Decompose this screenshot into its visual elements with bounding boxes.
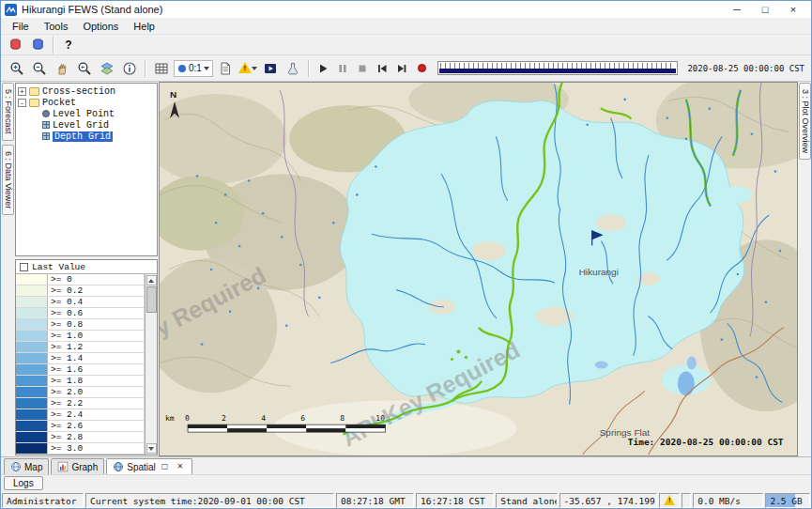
legend-row: >= 0.6 bbox=[16, 308, 145, 319]
layers-icon[interactable] bbox=[97, 59, 117, 78]
legend-swatch bbox=[16, 387, 48, 397]
folder-icon bbox=[29, 99, 39, 107]
pause-button[interactable] bbox=[334, 59, 352, 78]
tree-node-label[interactable]: Pocket bbox=[42, 98, 76, 108]
report-page-icon[interactable] bbox=[215, 59, 236, 78]
skip-to-end-button[interactable] bbox=[393, 59, 411, 78]
zoom-out-icon[interactable] bbox=[29, 59, 50, 78]
legend-swatch bbox=[16, 353, 48, 363]
skip-to-start-button[interactable] bbox=[374, 59, 391, 78]
tree-node-depth-grid-selected[interactable]: Depth Grid bbox=[18, 131, 157, 142]
legend-row: >= 1.8 bbox=[16, 376, 145, 387]
tab-graph[interactable]: Graph bbox=[51, 458, 104, 474]
status-local-time: 16:27:18 CST bbox=[416, 493, 494, 508]
legend-swatch bbox=[16, 331, 48, 341]
tab-label[interactable]: Map bbox=[24, 462, 42, 472]
status-coordinates: -35.657 , 174.199 bbox=[559, 493, 658, 508]
dock-tab-plot-overview[interactable]: 3 : Plot Overview bbox=[799, 83, 811, 160]
scale-selector[interactable]: 0:1 bbox=[174, 60, 213, 77]
svg-text:km: km bbox=[165, 414, 175, 423]
legend-swatch bbox=[16, 274, 48, 285]
help-button[interactable]: ? bbox=[59, 36, 78, 54]
globe-icon bbox=[10, 461, 22, 472]
dock-tab-data-viewer[interactable]: 6 : Data Viewer bbox=[2, 145, 14, 215]
maximize-button[interactable]: □ bbox=[751, 2, 779, 18]
svg-text:2: 2 bbox=[222, 414, 226, 423]
svg-text:4: 4 bbox=[261, 414, 266, 423]
menu-tools[interactable]: Tools bbox=[37, 18, 76, 35]
status-memory-usage: 2.5 GB bbox=[765, 493, 810, 508]
zoom-previous-icon[interactable] bbox=[74, 59, 95, 78]
tree-node-level-point[interactable]: Level Point bbox=[18, 108, 157, 119]
menu-file[interactable]: File bbox=[5, 18, 37, 35]
map-canvas[interactable]: Hikurangi Springs Flat API Key Required … bbox=[160, 83, 797, 455]
legend-swatch bbox=[16, 342, 48, 352]
main-content: 5 : Forecast 6 : Data Viewer + Cross-sec… bbox=[1, 82, 811, 456]
scroll-down-icon[interactable] bbox=[146, 443, 157, 454]
collapse-icon[interactable]: - bbox=[18, 99, 26, 107]
close-button[interactable]: × bbox=[779, 2, 807, 18]
tab-label[interactable]: Graph bbox=[71, 462, 98, 472]
warning-triangle-icon: ! bbox=[238, 62, 250, 74]
panel-close-icon[interactable]: ✕ bbox=[174, 461, 186, 472]
play-button[interactable] bbox=[314, 59, 332, 78]
database-red-icon[interactable] bbox=[5, 36, 25, 54]
status-gmt-time: 08:27:18 GMT bbox=[336, 493, 414, 508]
menu-options[interactable]: Options bbox=[75, 18, 126, 35]
legend-row: >= 0.4 bbox=[16, 297, 145, 308]
tree-node-label[interactable]: Cross-section bbox=[42, 86, 115, 97]
dock-tab-forecast[interactable]: 5 : Forecast bbox=[2, 83, 14, 141]
grid-layer-icon[interactable] bbox=[151, 59, 172, 78]
warnings-dropdown[interactable]: ! bbox=[237, 59, 258, 78]
place-label-town: Hikurangi bbox=[579, 267, 619, 277]
legend-header: Last Value bbox=[16, 260, 157, 274]
tree-node-label[interactable]: Level Grid bbox=[53, 120, 109, 131]
app-logo-icon bbox=[5, 4, 17, 16]
legend-row: >= 0 bbox=[16, 274, 145, 285]
legend-row: >= 1.6 bbox=[16, 364, 145, 376]
logs-button[interactable]: Logs bbox=[4, 476, 43, 490]
info-icon[interactable] bbox=[119, 59, 140, 78]
layers-panel: + Cross-section - Pocket Level Point Lev… bbox=[14, 82, 159, 456]
folder-icon bbox=[29, 87, 39, 96]
status-bar: Administrator Current system time:2020-0… bbox=[1, 491, 811, 509]
record-button[interactable] bbox=[413, 59, 431, 78]
scrollbar-thumb[interactable] bbox=[146, 286, 157, 313]
expand-icon[interactable]: + bbox=[18, 87, 26, 96]
tree-node-pocket[interactable]: - Pocket bbox=[18, 97, 157, 108]
legend-table: >= 0 >= 0.2 >= 0.4 >= 0.6 >= 0.8 >= 1.0 … bbox=[16, 274, 145, 455]
legend-swatch bbox=[16, 398, 48, 409]
tree-node-label[interactable]: Level Point bbox=[53, 109, 115, 119]
tab-spatial[interactable]: Spatial ▢ ✕ bbox=[106, 458, 192, 474]
legend-row: >= 1.4 bbox=[16, 353, 145, 364]
status-network-rate: 0.0 MB/s bbox=[693, 493, 763, 508]
status-warning-cell[interactable]: ! bbox=[659, 493, 680, 508]
legend-row: >= 2.8 bbox=[16, 432, 145, 443]
scale-selector-value: 0:1 bbox=[189, 63, 202, 73]
legend-row: >= 2.2 bbox=[16, 398, 145, 409]
last-value-checkbox[interactable] bbox=[20, 263, 28, 271]
minimize-button[interactable]: ─ bbox=[723, 2, 751, 18]
animation-export-icon[interactable] bbox=[260, 59, 281, 78]
scroll-up-icon[interactable] bbox=[146, 275, 157, 285]
map-view[interactable]: Hikurangi Springs Flat API Key Required … bbox=[159, 82, 798, 456]
panel-tab-bar: Map Graph Spatial ▢ ✕ bbox=[1, 456, 811, 474]
tree-node-label-selected[interactable]: Depth Grid bbox=[53, 131, 113, 142]
stop-button[interactable] bbox=[354, 59, 372, 78]
pan-hand-icon[interactable] bbox=[52, 59, 72, 78]
timeline-slider[interactable] bbox=[437, 61, 678, 75]
flask-icon[interactable] bbox=[283, 59, 303, 78]
globe-icon bbox=[113, 461, 124, 472]
panel-maximize-icon[interactable]: ▢ bbox=[159, 461, 172, 472]
tab-label[interactable]: Spatial bbox=[127, 462, 156, 472]
tab-map[interactable]: Map bbox=[4, 458, 49, 474]
tree-node-cross-section[interactable]: + Cross-section bbox=[18, 85, 157, 97]
warning-triangle-icon: ! bbox=[664, 495, 675, 506]
title-bar: Hikurangi FEWS (Stand alone) ─ □ × bbox=[1, 1, 811, 18]
legend-scrollbar[interactable] bbox=[145, 274, 157, 455]
database-blue-icon[interactable] bbox=[27, 36, 48, 54]
tree-node-level-grid[interactable]: Level Grid bbox=[18, 119, 157, 131]
menu-help[interactable]: Help bbox=[126, 18, 162, 35]
svg-text:10: 10 bbox=[375, 414, 385, 423]
zoom-in-icon[interactable] bbox=[7, 59, 27, 78]
